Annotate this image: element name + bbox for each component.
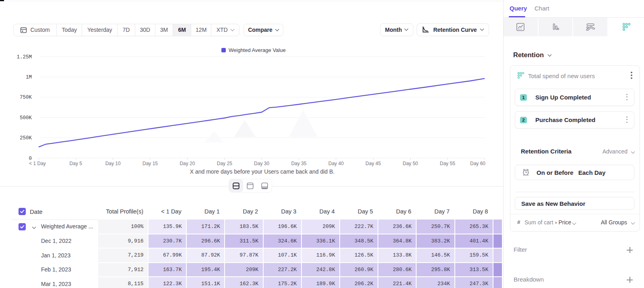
svg-text:250K: 250K: [20, 135, 32, 141]
svg-text:Day 15: Day 15: [142, 161, 158, 166]
svg-text:500K: 500K: [20, 115, 32, 121]
svg-text:Day 40: Day 40: [328, 161, 344, 166]
svg-text:750K: 750K: [20, 95, 32, 100]
svg-text:Day 60: Day 60: [470, 161, 485, 166]
svg-text:Day 55: Day 55: [440, 161, 455, 166]
svg-text:Day 20: Day 20: [180, 161, 195, 166]
svg-text:Day 45: Day 45: [365, 161, 381, 166]
svg-text:1M: 1M: [26, 75, 32, 80]
svg-text:Day 35: Day 35: [291, 161, 306, 166]
svg-text:Day 50: Day 50: [402, 161, 418, 166]
svg-text:1.25M: 1.25M: [17, 54, 32, 60]
svg-text:Day 25: Day 25: [217, 161, 232, 166]
svg-text:Day 30: Day 30: [254, 161, 269, 166]
svg-text:Day 10: Day 10: [105, 161, 121, 166]
svg-text:Day 5: Day 5: [70, 161, 83, 166]
svg-text:< 1 Day: < 1 Day: [29, 161, 46, 166]
